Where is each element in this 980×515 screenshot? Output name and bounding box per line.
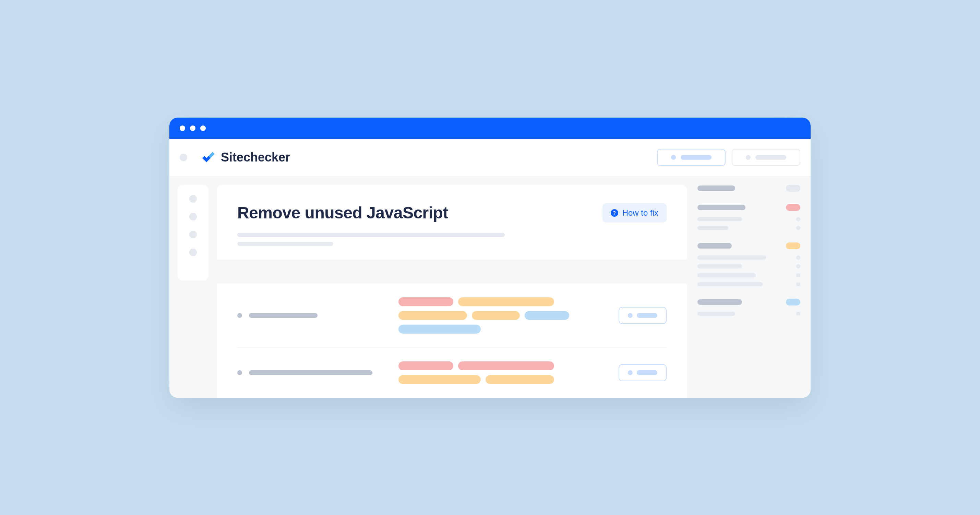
tag[interactable]	[398, 375, 481, 384]
help-icon: ?	[611, 209, 618, 217]
placeholder-bar	[637, 313, 657, 318]
right-panel	[687, 176, 811, 398]
tag[interactable]	[398, 361, 453, 370]
tag[interactable]	[458, 361, 554, 370]
sidebar-item[interactable]	[189, 195, 197, 203]
placeholder-bar	[697, 273, 756, 277]
panel-section	[697, 204, 800, 230]
placeholder-bar	[756, 155, 786, 160]
placeholder-dot	[796, 256, 800, 259]
placeholder-line	[237, 233, 505, 237]
window-minimize-button[interactable]	[190, 126, 196, 131]
panel-section	[697, 299, 800, 316]
sidebar-item[interactable]	[189, 249, 197, 256]
placeholder-bar	[697, 217, 742, 221]
panel-section	[697, 242, 800, 286]
card-divider	[217, 259, 687, 284]
brand-name: Sitechecker	[221, 150, 290, 165]
placeholder-bar	[249, 313, 318, 318]
placeholder-bar	[249, 370, 372, 375]
panel-item[interactable]	[697, 217, 800, 221]
placeholder-bar	[697, 282, 763, 286]
issue-row	[237, 348, 667, 398]
panel-section-header	[697, 242, 800, 249]
sidebar-item[interactable]	[189, 213, 197, 221]
placeholder-dot	[796, 226, 800, 230]
panel-section-header	[697, 299, 800, 305]
panel-item[interactable]	[697, 282, 800, 286]
placeholder-dot	[796, 217, 800, 221]
placeholder-bar	[697, 226, 728, 230]
placeholder-dot	[628, 370, 633, 375]
tag[interactable]	[398, 297, 453, 306]
placeholder-bar	[697, 264, 742, 269]
placeholder-dot	[796, 273, 800, 277]
status-badge	[786, 242, 800, 249]
header-secondary-button[interactable]	[732, 149, 800, 166]
status-badge	[786, 204, 800, 211]
placeholder-title	[697, 299, 742, 305]
sidebar-item[interactable]	[189, 231, 197, 238]
main-content: Remove unused JavaScript ? How to fix	[208, 176, 687, 398]
tag[interactable]	[458, 297, 554, 306]
placeholder-dot	[237, 313, 242, 318]
sidebar	[178, 185, 208, 281]
brand-logo[interactable]: Sitechecker	[201, 150, 290, 165]
tag[interactable]	[525, 311, 569, 320]
placeholder-bar	[697, 312, 735, 316]
placeholder-dot	[628, 313, 633, 318]
placeholder-title	[697, 205, 745, 210]
tag[interactable]	[485, 375, 554, 384]
status-badge	[786, 185, 800, 192]
header-primary-button[interactable]	[657, 149, 725, 166]
issue-row	[237, 284, 667, 348]
panel-item[interactable]	[697, 312, 800, 316]
placeholder-dot	[796, 282, 800, 286]
panel-item[interactable]	[697, 226, 800, 230]
panel-section-header	[697, 185, 800, 192]
issue-tags	[398, 361, 605, 384]
app-body: Remove unused JavaScript ? How to fix	[169, 176, 811, 398]
issue-action-button[interactable]	[619, 364, 667, 381]
menu-button[interactable]	[180, 154, 187, 161]
issue-url[interactable]	[237, 313, 385, 318]
issue-card: Remove unused JavaScript ? How to fix	[217, 185, 687, 398]
how-to-fix-label: How to fix	[622, 208, 659, 218]
placeholder-bar	[637, 370, 657, 375]
issue-action-button[interactable]	[619, 307, 667, 324]
panel-section	[697, 185, 800, 192]
placeholder-title	[697, 243, 732, 249]
window-close-button[interactable]	[180, 126, 185, 131]
how-to-fix-button[interactable]: ? How to fix	[603, 203, 667, 223]
panel-item[interactable]	[697, 264, 800, 269]
status-badge	[786, 299, 800, 305]
window-titlebar	[169, 118, 811, 139]
placeholder-dot	[671, 155, 676, 160]
traffic-lights	[180, 126, 206, 131]
panel-item[interactable]	[697, 256, 800, 259]
placeholder-dot	[796, 264, 800, 269]
tag[interactable]	[472, 311, 520, 320]
panel-item[interactable]	[697, 273, 800, 277]
panel-section-header	[697, 204, 800, 211]
placeholder-line	[237, 242, 333, 246]
issue-tags	[398, 297, 605, 334]
placeholder-title	[697, 186, 735, 191]
placeholder-dot	[796, 312, 800, 316]
browser-window: Sitechecker Remove unused JavaScript ?	[169, 118, 811, 398]
placeholder-bar	[681, 155, 711, 160]
issue-url[interactable]	[237, 370, 385, 375]
card-description	[237, 233, 667, 246]
tag[interactable]	[398, 311, 467, 320]
window-maximize-button[interactable]	[200, 126, 206, 131]
placeholder-bar	[697, 256, 766, 259]
card-header: Remove unused JavaScript ? How to fix	[237, 203, 667, 223]
checkmark-icon	[201, 151, 216, 164]
placeholder-dot	[746, 155, 751, 160]
card-title: Remove unused JavaScript	[237, 203, 448, 222]
tag[interactable]	[398, 325, 481, 334]
placeholder-dot	[237, 370, 242, 375]
app-header: Sitechecker	[169, 139, 811, 176]
